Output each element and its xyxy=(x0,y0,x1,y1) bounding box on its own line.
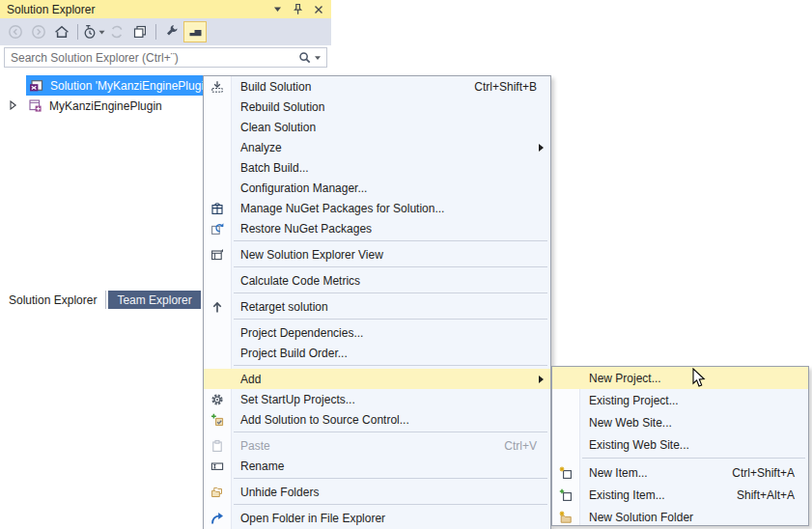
window-position-button[interactable] xyxy=(270,2,285,16)
rename-icon xyxy=(204,459,231,473)
menu-item-label: Set StartUp Projects... xyxy=(240,393,355,406)
wrench-icon xyxy=(164,24,180,40)
retarget-icon xyxy=(204,300,231,314)
menu-item-manage-nuget-packages-for-solution[interactable]: Manage NuGet Packages for Solution... xyxy=(204,198,550,218)
chevron-down-icon xyxy=(273,6,282,13)
menu-item-retarget-solution[interactable]: Retarget solution xyxy=(204,296,550,317)
menu-item-build-solution[interactable]: Build SolutionCtrl+Shift+B xyxy=(204,76,550,97)
menu-item-label: Batch Build... xyxy=(240,161,309,175)
menu-item-rename[interactable]: Rename xyxy=(204,456,550,476)
menu-item-label: Project Dependencies... xyxy=(240,326,363,340)
menu-item-project-dependencies[interactable]: Project Dependencies... xyxy=(204,322,550,343)
menu-item-label: New Project... xyxy=(589,372,661,385)
pin-button[interactable] xyxy=(291,2,305,16)
menu-item-configuration-manager[interactable]: Configuration Manager... xyxy=(204,178,550,198)
menu-item-label: Calculate Code Metrics xyxy=(240,274,360,288)
menu-item-label: New Solution Folder xyxy=(589,511,693,524)
menu-item-existing-web-site[interactable]: Existing Web Site... xyxy=(552,433,808,456)
menu-item-new-solution-folder[interactable]: New Solution Folder xyxy=(552,506,808,528)
menu-item-open-folder-in-file-explorer[interactable]: Open Folder in File Explorer xyxy=(204,508,550,528)
menu-item-set-startup-projects[interactable]: Set StartUp Projects... xyxy=(204,389,550,409)
history-filter-icon xyxy=(82,24,98,40)
menu-item-label: Retarget solution xyxy=(240,300,328,314)
new-view-icon xyxy=(204,248,231,262)
menu-item-paste[interactable]: PasteCtrl+V xyxy=(204,435,550,456)
collapse-all-icon xyxy=(132,24,148,40)
solution-context-menu: Build SolutionCtrl+Shift+BRebuild Soluti… xyxy=(203,75,551,529)
menu-item-restore-nuget-packages[interactable]: Restore NuGet Packages xyxy=(204,218,550,238)
forward-button[interactable] xyxy=(27,21,50,42)
back-button[interactable] xyxy=(4,21,27,42)
menu-item-label: Unhide Folders xyxy=(240,486,319,499)
menu-item-clean-solution[interactable]: Clean Solution xyxy=(204,117,550,137)
sync-with-active-document-button[interactable] xyxy=(105,21,128,42)
submenu-arrow-icon xyxy=(539,144,544,152)
expander-icon[interactable] xyxy=(9,100,18,110)
pending-changes-filter-button[interactable] xyxy=(82,21,105,42)
menu-item-label: Existing Project... xyxy=(589,394,679,407)
menu-item-unhide-folders[interactable]: Unhide Folders xyxy=(204,482,550,502)
project-icon xyxy=(28,98,43,114)
properties-button[interactable] xyxy=(160,21,183,42)
search-controls xyxy=(297,50,326,65)
add-submenu: New Project...Existing Project...New Web… xyxy=(551,366,809,526)
tree-item-solution-mykanziengineplugin[interactable]: Solution 'MyKanziEnginePlugin' xyxy=(26,75,206,96)
search-icon[interactable] xyxy=(297,50,312,65)
panel-title: Solution Explorer xyxy=(7,3,95,16)
search-options-caret-icon[interactable] xyxy=(314,55,322,61)
menu-item-label: Restore NuGet Packages xyxy=(240,222,372,236)
preview-selected-items-button[interactable] xyxy=(183,21,207,42)
menu-item-existing-project[interactable]: Existing Project... xyxy=(552,389,808,411)
unhide-folders-icon xyxy=(204,486,231,499)
menu-item-batch-build[interactable]: Batch Build... xyxy=(204,157,550,178)
menu-item-add[interactable]: Add xyxy=(204,369,550,389)
menu-item-new-item[interactable]: New Item...Ctrl+Shift+A xyxy=(552,461,808,484)
panel-titlebar[interactable]: Solution Explorer xyxy=(0,0,331,18)
menu-item-rebuild-solution[interactable]: Rebuild Solution xyxy=(204,97,550,117)
close-button[interactable] xyxy=(311,2,325,16)
menu-item-analyze[interactable]: Analyze xyxy=(204,137,550,157)
nuget-icon xyxy=(204,202,231,215)
menu-item-label: New Item... xyxy=(589,466,648,480)
mouse-cursor xyxy=(692,368,706,388)
back-icon xyxy=(8,24,23,40)
toolbar-separator xyxy=(155,24,156,40)
menu-item-label: Manage NuGet Packages for Solution... xyxy=(240,202,444,215)
menu-item-new-solution-explorer-view[interactable]: New Solution Explorer View xyxy=(204,244,550,264)
menu-item-label: Project Build Order... xyxy=(240,347,348,360)
menu-item-label: Add Solution to Source Control... xyxy=(240,413,409,427)
search-input[interactable] xyxy=(5,49,297,66)
build-icon xyxy=(204,80,231,94)
tab-solution-explorer[interactable]: Solution Explorer xyxy=(0,291,106,309)
menu-item-project-build-order[interactable]: Project Build Order... xyxy=(204,343,550,363)
submenu-arrow-icon xyxy=(539,376,544,383)
menu-item-calculate-code-metrics[interactable]: Calculate Code Metrics xyxy=(204,270,550,291)
menu-item-shortcut: Shift+Alt+A xyxy=(737,488,808,502)
solution-icon xyxy=(29,78,44,94)
menu-item-label: Rename xyxy=(240,459,284,473)
menu-item-label: Configuration Manager... xyxy=(240,181,367,195)
home-button[interactable] xyxy=(50,21,73,42)
menu-item-label: Clean Solution xyxy=(240,121,316,134)
home-icon xyxy=(54,24,70,40)
menu-item-new-project[interactable]: New Project... xyxy=(552,367,808,389)
menu-item-add-solution-to-source-control[interactable]: Add Solution to Source Control... xyxy=(204,409,550,430)
menu-item-label: Analyze xyxy=(240,141,282,154)
menu-item-existing-item[interactable]: Existing Item...Shift+Alt+A xyxy=(552,484,808,506)
panel-toolbar xyxy=(0,18,331,45)
menu-item-shortcut: Ctrl+Shift+A xyxy=(732,466,808,480)
open-folder-icon xyxy=(204,512,231,525)
pin-icon xyxy=(293,3,303,15)
menu-item-label: Existing Web Site... xyxy=(589,438,689,452)
tab-team-explorer[interactable]: Team Explorer xyxy=(108,291,200,309)
collapse-all-button[interactable] xyxy=(128,21,152,42)
add-source-control-icon xyxy=(204,413,231,427)
menu-item-label: Build Solution xyxy=(240,80,311,94)
menu-item-new-web-site[interactable]: New Web Site... xyxy=(552,411,808,433)
toolbar-separator xyxy=(77,24,78,40)
caret-down-icon xyxy=(98,30,105,35)
existing-item-icon xyxy=(552,488,579,502)
menu-item-label: Add xyxy=(240,373,261,386)
titlebar-controls xyxy=(270,2,325,16)
paste-icon xyxy=(204,439,231,453)
